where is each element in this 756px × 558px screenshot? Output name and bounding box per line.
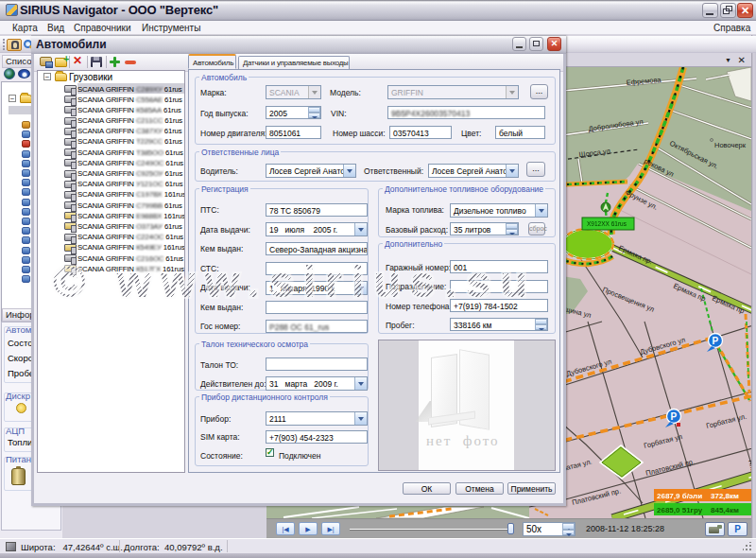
svg-text:Х912ХХ 61rus: Х912ХХ 61rus (587, 220, 627, 227)
svg-text:2685,0 51гру: 2685,0 51гру (657, 506, 703, 514)
svg-text:P: P (671, 411, 678, 422)
svg-text:Новочерк: Новочерк (714, 141, 747, 149)
svg-text:845,4км: 845,4км (711, 506, 739, 514)
svg-text:372,8км: 372,8км (711, 492, 739, 500)
svg-text:2687,9 б/эли: 2687,9 б/эли (657, 492, 702, 500)
svg-text:P: P (713, 336, 719, 346)
